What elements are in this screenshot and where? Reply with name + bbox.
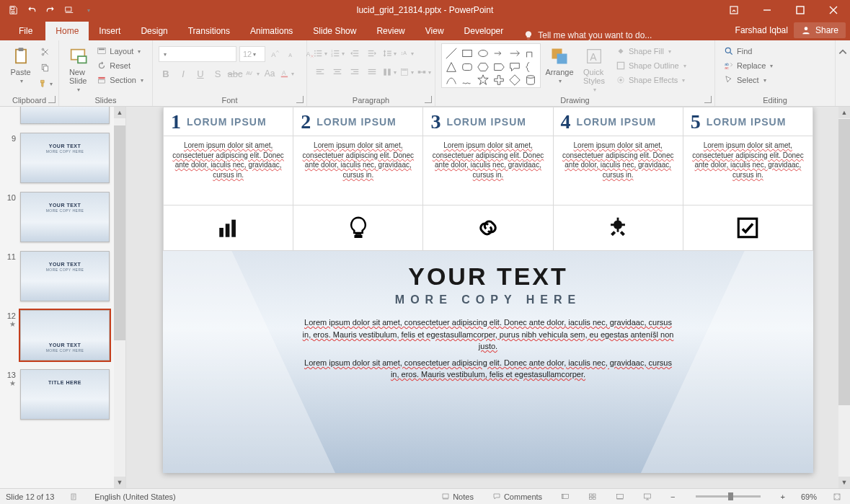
scroll-up-icon[interactable]: ▲: [838, 107, 850, 118]
normal-view-icon[interactable]: [558, 492, 572, 501]
col-title[interactable]: LORUM IPSUM: [577, 116, 657, 128]
col-title[interactable]: LORUM IPSUM: [707, 116, 787, 128]
align-right-icon[interactable]: [347, 65, 362, 79]
font-launcher[interactable]: [296, 96, 304, 103]
hero-body-2[interactable]: Lorem ipsum dolor sit amet, consectetuer…: [301, 357, 676, 381]
quick-styles-button[interactable]: A Quick Styles: [578, 43, 610, 93]
smartart-convert-icon[interactable]: [417, 65, 431, 79]
section-button[interactable]: Section: [94, 74, 146, 87]
shadow-icon[interactable]: S: [211, 66, 225, 81]
increase-indent-icon[interactable]: [365, 46, 379, 61]
ribbon-options-icon[interactable]: [717, 0, 751, 20]
share-button[interactable]: Share: [794, 22, 846, 38]
shape-fill-button[interactable]: Shape Fill: [613, 45, 689, 58]
scroll-down-icon[interactable]: ▼: [838, 477, 850, 488]
hero-body-1[interactable]: Lorem ipsum dolor sit amet, consectetuer…: [301, 317, 676, 353]
slide-canvas[interactable]: 1LORUM IPSUM Lorem ipsum dolor sit amet,…: [163, 107, 813, 473]
replace-button[interactable]: abacReplace: [721, 59, 776, 72]
copy-icon[interactable]: [38, 61, 53, 75]
font-name-combo[interactable]: [159, 46, 236, 62]
find-button[interactable]: Find: [721, 45, 776, 58]
bold-icon[interactable]: B: [159, 66, 173, 81]
zoom-slider[interactable]: [696, 495, 761, 498]
start-from-beginning-icon[interactable]: [61, 1, 78, 19]
tab-view[interactable]: View: [415, 22, 454, 40]
column-4[interactable]: 4LORUM IPSUM Lorem ipsum dolor sit amet,…: [554, 107, 683, 251]
tab-review[interactable]: Review: [366, 22, 415, 40]
font-size-combo[interactable]: 12: [239, 46, 265, 62]
col-title[interactable]: LORUM IPSUM: [187, 116, 267, 128]
shapes-gallery[interactable]: [441, 43, 541, 88]
column-3[interactable]: 3LORUM IPSUM Lorem ipsum dolor sit amet,…: [423, 107, 553, 251]
redo-icon[interactable]: [42, 1, 59, 19]
line-spacing-icon[interactable]: [382, 46, 397, 61]
text-direction-icon[interactable]: ↕A: [399, 46, 414, 61]
decrease-indent-icon[interactable]: [347, 46, 362, 61]
tell-me-search[interactable]: Tell me what you want to do...: [513, 30, 662, 40]
slide-thumb[interactable]: YOUR TEXT MORE COPY HERE: [20, 192, 110, 242]
grow-font-icon[interactable]: A: [268, 47, 283, 61]
notes-button[interactable]: Notes: [438, 492, 477, 501]
align-left-icon[interactable]: [313, 65, 327, 79]
paragraph-launcher[interactable]: [425, 96, 432, 103]
language-indicator[interactable]: English (United States): [94, 492, 176, 501]
drawing-launcher[interactable]: [704, 96, 712, 103]
col-body[interactable]: Lorem ipsum dolor sit amet, consectetuer…: [164, 136, 293, 205]
align-text-icon[interactable]: [399, 65, 414, 79]
canvas-scrollbar[interactable]: ▲ ▼: [838, 107, 850, 488]
new-slide-button[interactable]: New Slide: [65, 43, 91, 93]
col-title[interactable]: LORUM IPSUM: [446, 116, 526, 128]
qat-customize-icon[interactable]: [79, 1, 97, 19]
clipboard-launcher[interactable]: [48, 96, 56, 103]
reset-button[interactable]: Reset: [94, 59, 146, 72]
slide-thumb[interactable]: YOUR TEXT: [20, 107, 110, 124]
slideshow-view-icon[interactable]: [640, 492, 655, 501]
hero-title[interactable]: YOUR TEXT: [408, 262, 568, 291]
zoom-in-button[interactable]: +: [778, 492, 788, 501]
slide-thumb[interactable]: TITLE HERE: [20, 369, 110, 420]
shape-outline-button[interactable]: Shape Outline: [613, 59, 689, 72]
slide-counter[interactable]: Slide 12 of 13: [6, 492, 54, 501]
col-icon[interactable]: [164, 205, 293, 250]
columns-icon[interactable]: [382, 65, 397, 79]
justify-icon[interactable]: [365, 65, 379, 79]
undo-icon[interactable]: [23, 1, 40, 19]
bullets-icon[interactable]: [313, 46, 327, 61]
hero-subtitle[interactable]: MORE COPY HERE: [395, 293, 581, 306]
underline-icon[interactable]: U: [193, 66, 208, 81]
cut-icon[interactable]: [38, 45, 53, 59]
col-icon[interactable]: [423, 205, 552, 250]
tab-developer[interactable]: Developer: [454, 22, 514, 40]
col-title[interactable]: LORUM IPSUM: [316, 116, 397, 128]
tab-home[interactable]: Home: [45, 22, 89, 40]
paste-button[interactable]: Paste: [6, 43, 35, 84]
collapse-ribbon-icon[interactable]: [836, 45, 850, 59]
zoom-level[interactable]: 69%: [801, 492, 817, 501]
column-2[interactable]: 2LORUM IPSUM Lorem ipsum dolor sit amet,…: [293, 107, 423, 251]
tab-slideshow[interactable]: Slide Show: [303, 22, 366, 40]
maximize-icon[interactable]: [784, 0, 817, 20]
layout-button[interactable]: Layout: [94, 45, 146, 58]
thumbs-scrollbar[interactable]: ▲ ▼: [114, 107, 125, 488]
col-icon[interactable]: [554, 205, 683, 250]
char-spacing-icon[interactable]: AV: [245, 66, 260, 81]
comments-button[interactable]: Comments: [490, 492, 545, 501]
sorter-view-icon[interactable]: [585, 492, 600, 501]
shape-effects-button[interactable]: Shape Effects: [613, 74, 689, 87]
col-body[interactable]: Lorem ipsum dolor sit amet, consectetuer…: [423, 136, 552, 205]
arrange-button[interactable]: Arrange: [544, 43, 575, 84]
hero-area[interactable]: YOUR TEXT MORE COPY HERE Lorem ipsum dol…: [163, 251, 813, 473]
col-icon[interactable]: [293, 205, 422, 250]
col-body[interactable]: Lorem ipsum dolor sit amet, consectetuer…: [293, 136, 422, 205]
close-icon[interactable]: [817, 0, 850, 20]
change-case-icon[interactable]: Aa: [262, 66, 277, 81]
slide-thumb[interactable]: YOUR TEXT MORE COPY HERE: [20, 133, 110, 183]
fit-to-window-icon[interactable]: [830, 492, 844, 501]
tab-transitions[interactable]: Transitions: [178, 22, 240, 40]
slide-thumb[interactable]: YOUR TEXT MORE COPY HERE: [20, 310, 110, 361]
spell-check-icon[interactable]: [67, 492, 81, 501]
tab-insert[interactable]: Insert: [89, 22, 130, 40]
tab-file[interactable]: File: [6, 22, 45, 40]
strikethrough-icon[interactable]: abc: [228, 66, 242, 81]
italic-icon[interactable]: I: [176, 66, 190, 81]
